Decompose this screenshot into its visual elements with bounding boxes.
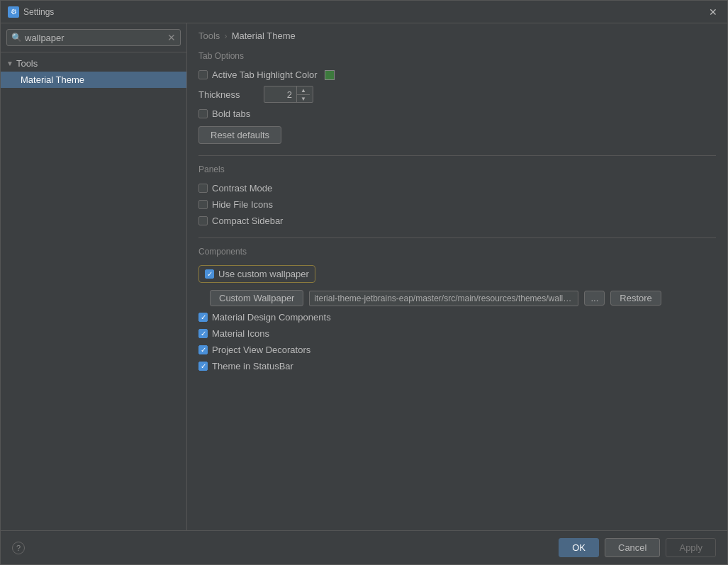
search-input-wrapper: 🔍 ✕ xyxy=(6,29,181,46)
components-label: Components xyxy=(198,247,716,257)
wallpaper-path: iterial-theme-jetbrains-eap/master/src/m… xyxy=(309,291,578,306)
search-input[interactable] xyxy=(25,33,164,43)
use-custom-wallpaper-row: Use custom wallpaper xyxy=(198,262,716,286)
settings-area: Tab Options Active Tab Highlight Color T… xyxy=(187,48,727,530)
theme-in-statusbar-text: Theme in StatusBar xyxy=(212,361,293,371)
app-icon: ⚙ xyxy=(8,6,19,18)
spinner-down-button[interactable]: ▼ xyxy=(297,94,310,102)
active-tab-highlight-checkbox[interactable] xyxy=(198,70,208,79)
wallpaper-row: Custom Wallpaper iterial-theme-jetbrains… xyxy=(210,290,716,306)
use-custom-wallpaper-checkbox[interactable] xyxy=(205,269,214,279)
nav-arrow-icon: ▼ xyxy=(6,60,13,67)
search-icon: 🔍 xyxy=(11,33,22,43)
sidebar-item-material-theme[interactable]: Material Theme xyxy=(1,72,186,88)
project-view-decorators-text: Project View Decorators xyxy=(212,345,310,355)
material-icons-checkbox[interactable] xyxy=(198,329,208,338)
nav-tree: ▼ Tools Material Theme xyxy=(1,52,186,530)
material-design-components-row: Material Design Components xyxy=(198,309,716,325)
content-panel: Tools › Material Theme Tab Options Activ… xyxy=(187,23,727,530)
reset-defaults-container: Reset defaults xyxy=(198,122,716,147)
close-button[interactable]: ✕ xyxy=(706,5,720,19)
material-design-components-label[interactable]: Material Design Components xyxy=(198,312,331,323)
nav-group-tools-label: Tools xyxy=(16,58,38,69)
use-custom-wallpaper-highlighted[interactable]: Use custom wallpaper xyxy=(198,265,315,283)
material-icons-text: Material Icons xyxy=(212,328,269,339)
hide-file-icons-label[interactable]: Hide File Icons xyxy=(198,199,273,210)
active-tab-color-swatch[interactable] xyxy=(325,70,335,80)
compact-sidebar-text: Compact Sidebar xyxy=(212,216,283,226)
compact-sidebar-checkbox[interactable] xyxy=(198,216,208,225)
contrast-mode-row: Contrast Mode xyxy=(198,180,716,196)
thickness-input[interactable] xyxy=(264,87,296,102)
breadcrumb: Tools › Material Theme xyxy=(187,23,727,48)
main-content: 🔍 ✕ ▼ Tools Material Theme Tools › xyxy=(1,23,727,530)
sidebar-item-material-theme-label: Material Theme xyxy=(21,74,84,85)
spinner-up-button[interactable]: ▲ xyxy=(297,86,310,94)
ok-button[interactable]: OK xyxy=(559,538,599,557)
breadcrumb-separator: › xyxy=(224,30,227,41)
contrast-mode-checkbox[interactable] xyxy=(198,184,208,193)
title-bar-text: Settings xyxy=(23,7,706,17)
project-view-decorators-label[interactable]: Project View Decorators xyxy=(198,345,310,355)
contrast-mode-label[interactable]: Contrast Mode xyxy=(198,183,272,194)
project-view-decorators-row: Project View Decorators xyxy=(198,342,716,358)
thickness-row: Thickness ▲ ▼ xyxy=(198,83,716,106)
apply-button[interactable]: Apply xyxy=(666,538,716,557)
material-design-components-checkbox[interactable] xyxy=(198,313,208,322)
breadcrumb-root: Tools xyxy=(198,30,220,41)
active-tab-highlight-text: Active Tab Highlight Color xyxy=(212,69,318,80)
hide-file-icons-checkbox[interactable] xyxy=(198,200,208,209)
breadcrumb-current: Material Theme xyxy=(232,30,296,41)
nav-group-tools[interactable]: ▼ Tools xyxy=(1,55,186,72)
tab-options-label: Tab Options xyxy=(198,51,716,61)
contrast-mode-text: Contrast Mode xyxy=(212,183,272,194)
material-icons-row: Material Icons xyxy=(198,325,716,342)
cancel-button[interactable]: Cancel xyxy=(605,538,660,557)
search-box: 🔍 ✕ xyxy=(1,23,186,52)
thickness-label: Thickness xyxy=(198,89,255,100)
thickness-spinner: ▲ ▼ xyxy=(264,86,313,103)
custom-wallpaper-button[interactable]: Custom Wallpaper xyxy=(210,290,303,306)
title-bar: ⚙ Settings ✕ xyxy=(1,1,727,23)
active-tab-highlight-row: Active Tab Highlight Color xyxy=(198,67,716,83)
compact-sidebar-row: Compact Sidebar xyxy=(198,213,716,229)
search-clear-icon[interactable]: ✕ xyxy=(167,32,176,43)
reset-defaults-button[interactable]: Reset defaults xyxy=(198,126,281,144)
hide-file-icons-row: Hide File Icons xyxy=(198,196,716,213)
browse-button[interactable]: ... xyxy=(584,291,605,306)
theme-in-statusbar-checkbox[interactable] xyxy=(198,362,208,371)
sidebar: 🔍 ✕ ▼ Tools Material Theme xyxy=(1,23,187,530)
bold-tabs-checkbox[interactable] xyxy=(198,109,208,118)
footer-buttons: OK Cancel Apply xyxy=(559,538,716,557)
hide-file-icons-text: Hide File Icons xyxy=(212,199,273,210)
material-design-components-text: Material Design Components xyxy=(212,312,331,323)
restore-button[interactable]: Restore xyxy=(610,291,661,306)
footer: ? OK Cancel Apply xyxy=(1,530,727,564)
spinner-buttons: ▲ ▼ xyxy=(296,86,310,102)
help-icon[interactable]: ? xyxy=(12,542,25,554)
settings-dialog: ⚙ Settings ✕ 🔍 ✕ ▼ Tools Material Theme xyxy=(0,0,728,565)
bold-tabs-text: Bold tabs xyxy=(212,108,250,119)
project-view-decorators-checkbox[interactable] xyxy=(198,345,208,354)
theme-in-statusbar-label[interactable]: Theme in StatusBar xyxy=(198,361,293,371)
active-tab-highlight-label[interactable]: Active Tab Highlight Color xyxy=(198,69,335,80)
panels-label: Panels xyxy=(198,164,716,174)
bold-tabs-label[interactable]: Bold tabs xyxy=(198,108,250,119)
use-custom-wallpaper-text: Use custom wallpaper xyxy=(218,269,309,279)
compact-sidebar-label[interactable]: Compact Sidebar xyxy=(198,216,283,226)
theme-in-statusbar-row: Theme in StatusBar xyxy=(198,358,716,374)
bold-tabs-row: Bold tabs xyxy=(198,106,716,122)
material-icons-label[interactable]: Material Icons xyxy=(198,328,269,339)
